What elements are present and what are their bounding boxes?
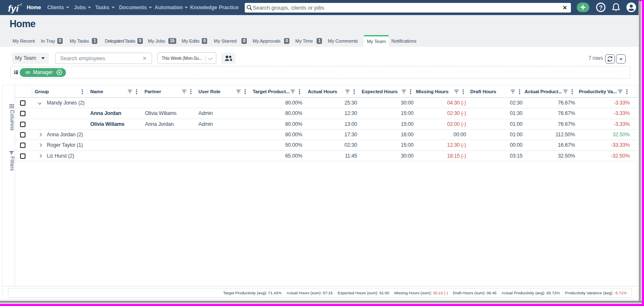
svg-text:fyi: fyi (8, 3, 19, 13)
svg-text:?: ? (599, 4, 603, 11)
